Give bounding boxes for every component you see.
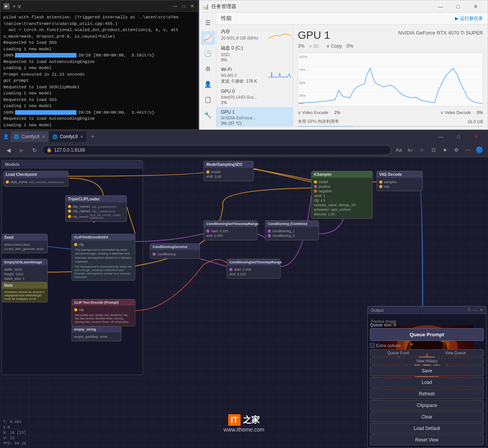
browser-minimize-btn[interactable]: —	[432, 130, 450, 143]
browser-maximize-btn[interactable]: □	[450, 130, 467, 143]
node-note[interactable]: Note resolution should be around 1 megap…	[2, 282, 48, 303]
terminal-tab-dropdown[interactable]: ∨	[17, 3, 21, 9]
terminal-add-tab[interactable]: +	[13, 3, 16, 9]
terminal-maximize-btn[interactable]: □	[181, 3, 186, 9]
node-field: clip_name2 clip_l safetensors	[68, 209, 124, 213]
extra-options-label: Extra options	[376, 343, 401, 348]
browser-tab-add[interactable]: +	[87, 131, 98, 142]
output-close-btn[interactable]: ✕	[480, 307, 483, 312]
nav-edge-btn[interactable]: 🔵	[474, 145, 485, 155]
browser-close-btn[interactable]: ✕	[467, 130, 485, 143]
node-triple-clip[interactable]: TripleCLIPLoader clip_name1 clip_g safet…	[65, 195, 127, 222]
browser-forward-btn[interactable]: ▶	[16, 145, 27, 155]
node-empty-latent-body: width: 1024 height: 1024 batch_size: 1	[2, 265, 47, 283]
tm-perf-memory[interactable]: 内存 20.9/31.8 GB (66%)	[216, 26, 293, 43]
nav-favorite-btn[interactable]: ☆	[417, 145, 427, 155]
terminal-line: Loading 1 new model	[3, 90, 195, 97]
view-history-btn[interactable]: View History	[370, 357, 484, 365]
node-empty-latent[interactable]: EmptySD3LatentImage width: 1024 height: …	[2, 259, 48, 283]
tm-sidebar-menu[interactable]: ☰	[201, 16, 215, 30]
node-model-sampling[interactable]: ModelSamplingSD3 model shift: 3.00	[204, 161, 254, 181]
browser-refresh-btn[interactable]: ↻	[29, 145, 40, 155]
browser-tab-1[interactable]: 🌐 ComfyUI ✕	[11, 131, 48, 142]
nav-read-mode-btn[interactable]: Aa	[393, 145, 404, 155]
load-btn[interactable]: Load	[370, 377, 484, 388]
connector-dot	[229, 268, 232, 271]
node-empty-string[interactable]: empty_string empty_padding: none	[71, 326, 121, 341]
node-conditioning-zero[interactable]: ConditioningZeroOut conditioning	[150, 243, 200, 259]
view-queue-btn[interactable]: View Queue	[427, 349, 484, 357]
gpu-video-encode-label: ∨ Video Encode	[298, 110, 332, 115]
node-vae-decode[interactable]: VAE Decode samples vae	[377, 171, 423, 191]
node-conditioning-range2[interactable]: ConditioningSetTimestepRange start: 0.00…	[227, 259, 281, 279]
browser-tab-close-2[interactable]: ✕	[80, 134, 83, 139]
tm-perf-gpu0-sub: Intel(R) UHD Gra...	[221, 95, 288, 99]
node-triple-clip-body: clip_name1 clip_g safetensors clip_name2…	[66, 202, 126, 222]
tm-perf-gpu1[interactable]: GPU 1 NVIDIA GeForce... 3% (37 °C)	[216, 107, 293, 127]
browser-tab-close-1[interactable]: ✕	[42, 134, 45, 139]
node-clip-encode1[interactable]: CLIPTextEncodeSD3 clip The background is…	[71, 234, 135, 281]
browser-tab-2[interactable]: 🌐 ComfyUI ✕	[49, 131, 87, 142]
node-load-checkpoint[interactable]: Load Checkpoint ckpt_name sd3_medium_saf…	[3, 171, 68, 187]
output-minimize-btn[interactable]: —	[473, 307, 477, 312]
tm-perf-disk[interactable]: 磁盘 0 (C:) SSD 0%	[216, 43, 293, 64]
nav-more-btn[interactable]: ⋯	[463, 145, 473, 155]
save-btn[interactable]: Save	[370, 365, 484, 376]
terminal-minimize-btn[interactable]: —	[173, 3, 178, 9]
tm-close-btn[interactable]: ✕	[467, 0, 485, 13]
node-field: clip	[74, 243, 133, 246]
browser-window-controls: — □ ✕	[432, 130, 485, 143]
comfy-canvas[interactable]: Models	[0, 157, 488, 448]
svg-text:25%: 25%	[299, 94, 306, 98]
refresh-btn[interactable]: Refresh	[370, 388, 484, 399]
connector-dot	[153, 253, 156, 256]
status-v2: V: 33	[3, 436, 26, 441]
connector-dot	[68, 210, 71, 213]
node-ksampler[interactable]: KSampler model positive negative seed: 1	[311, 171, 373, 219]
field-label: negative	[319, 189, 332, 193]
reset-view-btn[interactable]: Reset View	[370, 435, 484, 445]
tm-run-task-btn[interactable]: ▶ 运行新任务	[455, 15, 483, 22]
nav-screenshot-btn[interactable]: ⊡	[428, 145, 439, 155]
queue-prompt-btn[interactable]: Queue Prompt	[370, 328, 484, 341]
load-default-btn[interactable]: Load Default	[370, 423, 484, 434]
tm-sidebar-startup[interactable]: ⚙	[201, 62, 215, 76]
tm-maximize-btn[interactable]: □	[449, 0, 467, 13]
node-field: conditioning_2	[268, 234, 316, 238]
terminal-line: 100%28/28 [00:08<00:00, 3.44it/s]	[3, 109, 195, 116]
tm-sidebar-users[interactable]: 👤	[201, 77, 215, 91]
extra-options-checkbox[interactable]	[370, 343, 375, 348]
clipspace-btn[interactable]: Clipspace	[370, 400, 484, 411]
terminal-line: Requested to load SD3	[3, 97, 195, 103]
node-conditioning-range1[interactable]: ConditioningSetTimestepRange start: 0.10…	[204, 220, 257, 240]
tm-perf-disk-name: 磁盘 0 (C:)	[221, 45, 288, 51]
tm-sidebar-history[interactable]: 🕐	[201, 46, 215, 60]
tm-minimize-btn[interactable]: —	[432, 0, 449, 13]
tm-titlebar: 📊 任务管理器 — □ ✕	[199, 0, 488, 13]
nav-font-btn[interactable]: A+	[405, 145, 416, 155]
tm-sidebar-details[interactable]: 📋	[201, 93, 215, 106]
address-bar[interactable]: 🔒 127.0.0.1:8188	[42, 145, 391, 155]
field-label: clip	[79, 308, 84, 312]
tm-perf-gpu0[interactable]: GPU 0 Intel(R) UHD Gra... 1%	[216, 86, 293, 107]
connector-dot	[206, 230, 209, 233]
browser-back-btn[interactable]: ◀	[3, 145, 14, 155]
queue-front-btn[interactable]: Queue Front	[370, 349, 427, 357]
node-seed[interactable]: Seed 844912065413824 control_after_gener…	[2, 234, 48, 253]
tm-main: 性能 ▶ 运行新任务 内存 20.9/31.8 GB (66%)	[216, 13, 488, 129]
tm-perf-wifi[interactable]: Wi-Fi WLAN 2 发送: 0 接收: 176 K	[216, 64, 293, 86]
terminal-title-left: ▶ + ∨	[3, 3, 21, 9]
clear-btn[interactable]: Clear	[370, 412, 484, 422]
terminal-close-btn[interactable]: ✕	[189, 3, 195, 9]
tm-sidebar-services[interactable]: 🔧	[201, 108, 215, 122]
node-clip-encode2-body: clip bad quality, poor quality, dull, di…	[72, 306, 135, 326]
output-drag-btn[interactable]: ⠿	[468, 307, 471, 312]
node-conditioning-combine[interactable]: Conditioning (Combine) conditioning_1 co…	[265, 220, 319, 240]
node-field: shift: 3.00	[206, 175, 251, 179]
tm-left-panel: 内存 20.9/31.8 GB (66%) 磁盘 0 (C:) SSD 0% W…	[216, 25, 293, 127]
field-label: empty_padding: none	[74, 335, 108, 339]
nav-extensions-btn[interactable]: ⚙	[451, 145, 462, 155]
nav-collections-btn[interactable]: ★	[440, 145, 450, 155]
tm-sidebar-perf[interactable]: 📈	[201, 31, 215, 45]
node-clip-encode2[interactable]: CLIP Text Encode (Prompt) clip bad quali…	[71, 299, 135, 326]
